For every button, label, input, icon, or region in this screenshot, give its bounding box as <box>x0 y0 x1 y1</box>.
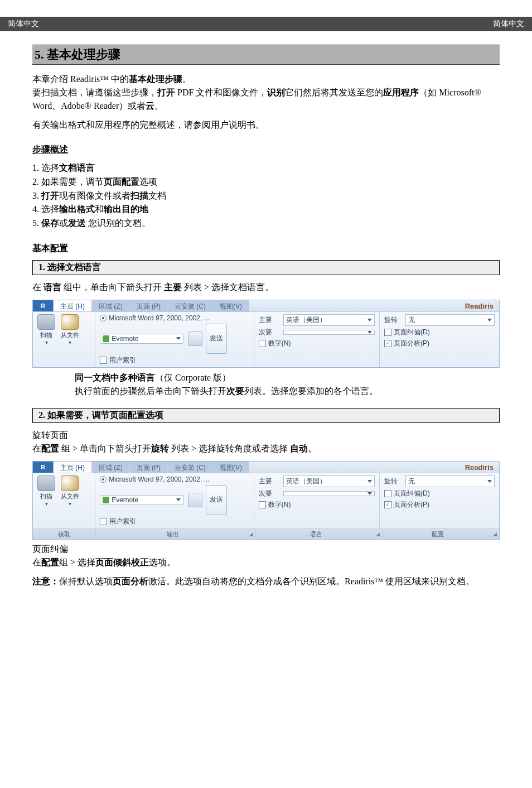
app-logo-icon[interactable]: R <box>33 462 54 473</box>
analysis-label: 页面分析(P) <box>394 339 429 348</box>
chevron-down-icon[interactable]: ▾ <box>61 339 79 345</box>
from-file-label: 从文件 <box>61 331 79 339</box>
text-bold: 页面配置 <box>104 177 139 186</box>
tab-view[interactable]: 视图(V) <box>213 462 249 473</box>
intro-paragraph-1: 本章介绍 Readiris™ 中的基本处理步骤。 要扫描文档，请遵循这些步骤，打… <box>32 73 500 113</box>
radio-word[interactable]: Microsoft Word 97, 2000, 2002, ... <box>100 475 249 483</box>
chevron-down-icon <box>487 319 492 321</box>
checkbox-checked-icon <box>384 501 391 508</box>
group-config: 旋转 无 页面纠偏(D) 页面分析(P) <box>380 473 499 528</box>
chevron-down-icon[interactable]: ▾ <box>37 339 55 345</box>
text-bold: 旋转 <box>151 444 169 453</box>
text-bold: 打开 <box>157 88 175 97</box>
text: （仅 Corporate 版） <box>155 373 231 382</box>
user-index-label: 用户索引 <box>109 517 136 526</box>
text: 列表。选择您要添加的各个语言。 <box>244 386 378 396</box>
from-file-button[interactable]: 从文件 ▾ <box>61 314 79 345</box>
group-output: Microsoft Word 97, 2000, 2002, ... Evern… <box>95 473 254 528</box>
analysis-checkbox[interactable]: 页面分析(P) <box>384 339 495 348</box>
scanner-icon <box>37 475 55 491</box>
header-left: 简体中文 <box>8 19 39 29</box>
tab-zone[interactable]: 区域 (Z) <box>92 462 130 473</box>
text-bold: 次要 <box>226 386 244 396</box>
tab-cloud[interactable]: 云安装 (C) <box>168 300 213 311</box>
caption-output: 输出◢ <box>96 529 256 540</box>
send-button[interactable]: 发送 <box>206 485 227 515</box>
text-bold: 配置 <box>41 444 59 453</box>
rotate-dropdown[interactable]: 无 <box>405 314 495 326</box>
numeric-checkbox[interactable]: 数字(N) <box>259 339 375 348</box>
header-right: 简体中文 <box>493 19 524 29</box>
tab-page[interactable]: 页面 (P) <box>130 300 168 311</box>
text: 配置 <box>383 530 493 539</box>
deskew-checkbox[interactable]: 页面纠偏(D) <box>384 328 495 337</box>
primary-lang-label: 主要 <box>259 315 281 325</box>
radio-icon <box>100 315 107 321</box>
send-button[interactable]: 发送 <box>206 324 227 354</box>
text-bold: 自动 <box>290 444 308 453</box>
tab-view[interactable]: 视图(V) <box>213 300 249 311</box>
tab-home[interactable]: 主页 (H) <box>54 462 92 473</box>
primary-lang-dropdown[interactable]: 英语（美国） <box>283 314 375 326</box>
multi-lang-note: 同一文档中多种语言（仅 Corporate 版） 执行前面的步骤然后单击向下箭头… <box>75 371 500 398</box>
text: 语言 <box>256 530 376 539</box>
text-bold: 页面分析 <box>113 576 148 586</box>
radio-icon <box>100 476 107 483</box>
numeric-checkbox[interactable]: 数字(N) <box>259 500 375 510</box>
dialog-launcher-icon[interactable]: ◢ <box>249 531 255 537</box>
scan-button[interactable]: 扫描 ▾ <box>37 475 55 507</box>
chevron-down-icon <box>367 319 372 321</box>
user-index-checkbox[interactable]: 用户索引 <box>100 355 249 365</box>
text-bold: 应用程序 <box>383 88 419 97</box>
analysis-checkbox[interactable]: 页面分析(P) <box>384 500 495 510</box>
step-5: 5. 保存或发送 您识别的文档。 <box>32 217 500 230</box>
step-3: 3. 打开现有图像文件或者扫描文档 <box>32 189 500 203</box>
caption-config: 配置◢ <box>383 529 499 540</box>
secondary-lang-dropdown[interactable] <box>283 491 375 496</box>
text: 获取 <box>58 531 70 537</box>
text: 组 > 单击向下箭头打开 <box>59 444 151 453</box>
from-file-label: 从文件 <box>61 492 79 501</box>
app-title: Readiris <box>460 300 499 311</box>
text: PDF 文件和图像文件， <box>175 88 267 97</box>
text: 4. 选择 <box>32 204 59 214</box>
dialog-launcher-icon[interactable]: ◢ <box>493 531 499 537</box>
folder-icon <box>61 314 79 330</box>
send-icon <box>188 331 202 346</box>
step-1: 1. 选择文档语言 <box>32 161 500 175</box>
chevron-down-icon[interactable]: ▾ <box>61 501 79 507</box>
tab-zone[interactable]: 区域 (Z) <box>92 300 130 311</box>
evernote-icon <box>103 497 109 503</box>
deskew-block: 页面纠偏 在配置组 > 选择页面倾斜校正选项。 <box>32 542 500 569</box>
primary-lang-dropdown[interactable]: 英语（美国） <box>283 475 375 487</box>
dialog-launcher-icon[interactable]: ◢ <box>376 531 382 537</box>
group-language: 主要 英语（美国） 次要 <box>254 473 380 528</box>
text: 在 <box>32 282 43 292</box>
text-bold: 输出目的地 <box>104 204 148 214</box>
radio-word[interactable]: Microsoft Word 97, 2000, 2002, ... <box>100 314 249 322</box>
scan-button[interactable]: 扫描 ▾ <box>37 314 55 345</box>
text: 输出 <box>96 530 249 539</box>
deskew-label: 页面纠偏(D) <box>394 328 430 337</box>
app-logo-icon[interactable]: R <box>33 300 54 311</box>
steps-list: 1. 选择文档语言 2. 如果需要，调节页面配置选项 3. 打开现有图像文件或者… <box>32 161 500 230</box>
evernote-label: Evernote <box>112 496 138 504</box>
evernote-dropdown[interactable]: Evernote <box>100 495 183 505</box>
rotate-dropdown[interactable]: 无 <box>405 475 495 487</box>
numeric-label: 数字(N) <box>268 339 291 348</box>
chevron-down-icon[interactable]: ▾ <box>37 501 55 507</box>
from-file-button[interactable]: 从文件 ▾ <box>61 475 79 507</box>
tab-page[interactable]: 页面 (P) <box>130 462 168 473</box>
user-index-checkbox[interactable]: 用户索引 <box>100 517 249 526</box>
rotate-block: 旋转页面 在配置 组 > 单击向下箭头打开旋转 列表 > 选择旋转角度或者选择 … <box>32 429 500 455</box>
evernote-dropdown[interactable]: Evernote <box>100 334 183 344</box>
text: 。 <box>308 444 317 453</box>
secondary-lang-dropdown[interactable] <box>283 330 375 335</box>
scanner-icon <box>37 314 55 330</box>
tab-home[interactable]: 主页 (H) <box>54 300 92 311</box>
app-title: Readiris <box>460 462 499 473</box>
chevron-down-icon <box>367 480 372 483</box>
deskew-checkbox[interactable]: 页面纠偏(D) <box>384 489 495 498</box>
tab-cloud[interactable]: 云安装 (C) <box>168 462 213 473</box>
caption-language: 语言◢ <box>256 529 383 540</box>
